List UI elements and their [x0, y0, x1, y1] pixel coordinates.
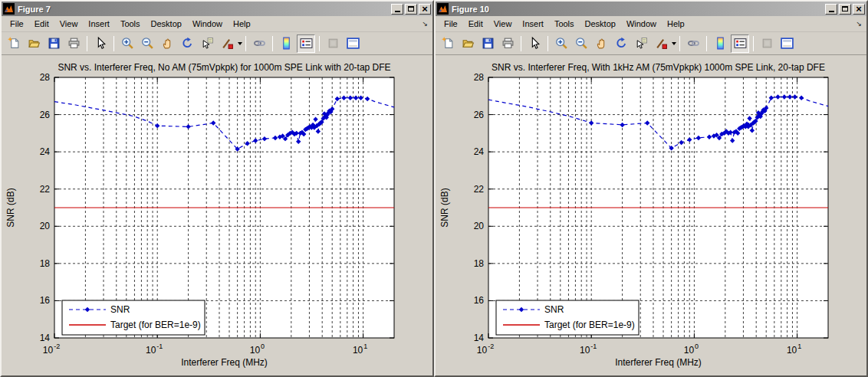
menu-item-window[interactable]: Window [187, 18, 228, 30]
zoom-out-icon[interactable] [138, 34, 156, 53]
toolbar-separator [679, 36, 680, 51]
svg-text:100: 100 [684, 343, 699, 356]
svg-text:14: 14 [40, 333, 51, 343]
close-button[interactable] [853, 4, 865, 15]
legend-label-snr: SNR [110, 304, 130, 315]
data-cursor-icon[interactable] [632, 34, 650, 53]
minimize-button[interactable] [391, 4, 403, 15]
menu-item-insert[interactable]: Insert [517, 18, 549, 30]
svg-text:14: 14 [474, 333, 485, 343]
show-plot-tools-icon[interactable] [344, 34, 362, 53]
titlebar[interactable]: Figure 7 [2, 2, 432, 16]
svg-text:10-2: 10-2 [43, 343, 60, 356]
menu-item-help[interactable]: Help [228, 18, 256, 30]
pointer-icon[interactable] [91, 34, 110, 53]
x-tick-labels: 10-210-1100101 [43, 343, 367, 356]
toolbar-separator [547, 36, 548, 51]
svg-text:101: 101 [353, 343, 367, 356]
save-icon[interactable] [44, 34, 63, 53]
maximize-icon [842, 6, 848, 11]
y-tick-labels: 1416182022242628 [40, 72, 51, 343]
data-cursor-icon[interactable] [198, 34, 216, 53]
svg-text:10-1: 10-1 [146, 343, 163, 356]
menu-item-file[interactable]: File [5, 18, 29, 30]
legend-box[interactable]: SNRTarget (for BER=1e-9) [496, 300, 639, 335]
svg-text:20: 20 [40, 221, 51, 231]
titlebar[interactable]: Figure 10 [436, 2, 866, 16]
insert-colorbar-icon[interactable] [277, 34, 295, 53]
figure-canvas[interactable]: 141618202224262810-210-1100101SNR vs. In… [2, 55, 432, 375]
maximize-button[interactable] [405, 4, 417, 15]
brush-dropdown-icon[interactable] [238, 42, 242, 45]
new-file-icon[interactable] [5, 34, 23, 53]
figure-window-10: Figure 10 FileEditViewInsertToolsDesktop… [434, 0, 868, 377]
new-file-icon[interactable] [439, 34, 457, 53]
toolbar-separator [272, 36, 273, 51]
pan-icon[interactable] [592, 34, 610, 53]
print-icon[interactable] [64, 34, 83, 53]
menu-item-desktop[interactable]: Desktop [580, 18, 621, 30]
rotate-3d-icon[interactable] [612, 34, 630, 53]
svg-text:16: 16 [474, 295, 485, 306]
menu-item-view[interactable]: View [54, 18, 84, 30]
window-title: Figure 7 [18, 5, 390, 14]
menu-overflow-arrow-icon[interactable] [856, 20, 863, 28]
hide-plot-tools-icon[interactable] [324, 34, 342, 53]
link-plots-icon[interactable] [250, 34, 268, 53]
close-button[interactable] [419, 4, 431, 15]
link-plots-icon[interactable] [684, 34, 702, 53]
menu-item-insert[interactable]: Insert [83, 18, 115, 30]
insert-legend-icon[interactable] [297, 34, 315, 53]
insert-colorbar-icon[interactable] [711, 34, 729, 53]
svg-text:10-1: 10-1 [580, 343, 597, 356]
maximize-icon [408, 6, 414, 11]
legend-box[interactable]: SNRTarget (for BER=1e-9) [62, 300, 205, 335]
menu-bar: FileEditViewInsertToolsDesktopWindowHelp [2, 16, 432, 32]
menu-item-tools[interactable]: Tools [115, 18, 146, 30]
snr-chart[interactable]: 141618202224262810-210-1100101SNR vs. In… [436, 55, 865, 375]
save-icon[interactable] [478, 34, 497, 53]
print-icon[interactable] [498, 34, 517, 53]
snr-chart[interactable]: 141618202224262810-210-1100101SNR vs. In… [2, 55, 431, 375]
menu-item-tools[interactable]: Tools [549, 18, 580, 30]
brush-icon[interactable] [652, 34, 670, 53]
menu-item-edit[interactable]: Edit [463, 18, 488, 30]
open-folder-icon[interactable] [459, 34, 477, 53]
maximize-button[interactable] [839, 4, 851, 15]
svg-text:28: 28 [40, 72, 51, 83]
zoom-in-icon[interactable] [118, 34, 136, 53]
toolbar-separator [87, 36, 87, 51]
svg-text:24: 24 [474, 146, 485, 157]
svg-text:22: 22 [474, 184, 485, 195]
insert-legend-icon[interactable] [731, 34, 749, 53]
menu-item-desktop[interactable]: Desktop [146, 18, 187, 30]
figure-canvas[interactable]: 141618202224262810-210-1100101SNR vs. In… [436, 55, 866, 375]
minimize-icon [395, 11, 400, 12]
pan-icon[interactable] [158, 34, 176, 53]
menu-item-view[interactable]: View [488, 18, 518, 30]
zoom-in-icon[interactable] [552, 34, 570, 53]
toolbar-separator [706, 36, 707, 51]
brush-icon[interactable] [218, 34, 236, 53]
show-plot-tools-icon[interactable] [778, 34, 796, 53]
zoom-out-icon[interactable] [572, 34, 590, 53]
pointer-icon[interactable] [525, 34, 544, 53]
svg-text:26: 26 [474, 110, 485, 120]
minimize-button[interactable] [825, 4, 837, 15]
svg-text:26: 26 [40, 110, 51, 120]
menu-overflow-arrow-icon[interactable] [422, 20, 429, 28]
desktop: Figure 7 FileEditViewInsertToolsDesktopW… [0, 0, 868, 377]
menu-item-file[interactable]: File [439, 18, 463, 30]
menu-item-edit[interactable]: Edit [29, 18, 54, 30]
hide-plot-tools-icon[interactable] [758, 34, 776, 53]
toolbar [2, 32, 432, 55]
menu-item-help[interactable]: Help [662, 18, 690, 30]
x-axis-label: Interferer Freq (MHz) [181, 357, 268, 368]
brush-dropdown-icon[interactable] [672, 42, 676, 45]
open-folder-icon[interactable] [25, 34, 43, 53]
svg-text:10-2: 10-2 [477, 343, 494, 356]
rotate-3d-icon[interactable] [178, 34, 196, 53]
svg-text:20: 20 [474, 221, 485, 231]
menu-item-window[interactable]: Window [621, 18, 662, 30]
svg-text:16: 16 [40, 295, 51, 306]
